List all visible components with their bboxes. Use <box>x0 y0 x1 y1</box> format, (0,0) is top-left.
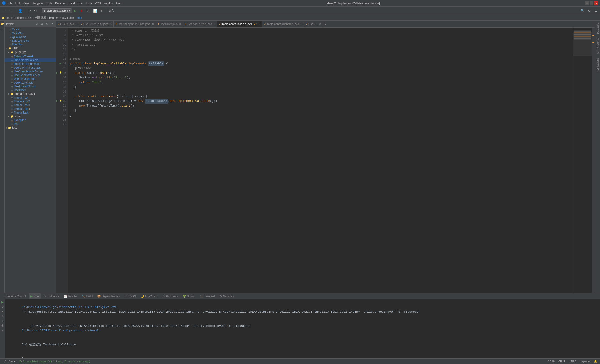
tab-implementsrunnable[interactable]: J ImplementsRunnable.java ✕ <box>262 21 304 28</box>
update-button[interactable]: ☁ <box>593 8 599 13</box>
menu-run[interactable]: Run <box>78 2 83 5</box>
tree-item-threadpool4[interactable]: ○ ThreadPool4 <box>5 107 56 111</box>
run-settings-button[interactable]: ⚙ <box>1 324 4 328</box>
tree-item-useanonymousclass[interactable]: ○ UseAnonymousClass <box>5 66 56 70</box>
menu-code[interactable]: Code <box>46 2 52 5</box>
line-ending[interactable]: CRLF <box>557 360 566 363</box>
tree-item-usefuturetask[interactable]: ○ UseFutureTask <box>5 81 56 85</box>
sidebar-notifications[interactable]: Notifications <box>596 57 600 73</box>
menu-tools[interactable]: Tools <box>85 2 92 5</box>
expand-icon[interactable]: ▼ <box>8 51 10 54</box>
expand-icon[interactable]: ▼ <box>6 47 8 50</box>
expand-all-button[interactable]: ⊞ <box>34 22 39 26</box>
menu-refactor[interactable]: Refactor <box>55 2 66 5</box>
menu-vcs[interactable]: VCS <box>95 2 101 5</box>
debug-button[interactable]: ⏸ <box>79 8 84 13</box>
tab-services[interactable]: ⚙ Services <box>218 293 236 299</box>
tree-item-juc[interactable]: ▼ 📁 JUC <box>5 46 56 50</box>
sidebar-q-promoter[interactable]: Q Promoter X <box>596 37 600 55</box>
menu-window[interactable]: Window <box>103 2 114 5</box>
breadcrumb-juc[interactable]: JUC <box>27 16 32 19</box>
tab-useanonymousclass[interactable]: J UseAnonymousClass.java ✕ <box>114 21 156 28</box>
tab-close-icon[interactable]: ✕ <box>110 23 112 25</box>
toolbar-project-button[interactable]: 👤 <box>17 8 23 13</box>
menu-edit[interactable]: Edit <box>15 2 20 5</box>
tab-usetimer[interactable]: J UseTimer.java ✕ <box>156 21 183 28</box>
close-button[interactable]: ✕ <box>594 1 598 5</box>
classpath-link[interactable]: D:\Project\IDEA\demo2\out\production\dem… <box>22 329 98 332</box>
tree-item-implementscallable[interactable]: ○ ImplementsCallable <box>5 58 56 62</box>
tab-close-icon[interactable]: ✕ <box>300 23 302 25</box>
menu-help[interactable]: Help <box>116 2 122 5</box>
tree-item-threadpool2[interactable]: ○ ThreadPool2 <box>5 100 56 103</box>
tab-todo[interactable]: ☰ TODO <box>122 293 138 299</box>
tree-item-chuangjianxiancheng[interactable]: ▼ 📁 创建线程 <box>5 50 56 55</box>
run-rerun-button[interactable]: ↺ <box>1 305 4 309</box>
tree-item-shellsort[interactable]: ○ ShellSort <box>5 43 56 46</box>
breadcrumb-current[interactable]: ImplementsCallable <box>49 16 74 19</box>
sidebar-database[interactable]: Database <box>596 22 600 35</box>
profile-button[interactable]: 📊 <box>92 8 98 13</box>
build-status[interactable]: Build completed successfully in 1 sec, 2… <box>19 360 91 363</box>
run-close-button[interactable]: ✕ <box>1 328 4 332</box>
tab-usefuturetask[interactable]: J UseFutureTask.java ✕ <box>79 21 114 28</box>
tree-item-usetimer[interactable]: ○ UseTimer <box>5 88 56 92</box>
tree-item-usecompletablefuture[interactable]: ○ UseCompletableFuture <box>5 70 56 73</box>
tree-item-usethreadgroup[interactable]: ○ UseThreadGroup <box>5 85 56 88</box>
tab-close-icon[interactable]: ✕ <box>259 23 260 25</box>
breadcrumb-demo[interactable]: demo <box>17 16 24 19</box>
tab-close-icon[interactable]: ✕ <box>214 23 216 25</box>
minimap-slider[interactable] <box>573 32 591 56</box>
tree-item-quick[interactable]: ○ Quick <box>5 28 56 31</box>
tree-item-exception[interactable]: ○ Exception <box>5 118 56 122</box>
structure-toggle[interactable]: ≡ <box>0 27 4 32</box>
notifications-icon[interactable]: 🔔 <box>593 360 598 363</box>
run-scroll-top-button[interactable]: ⇧ <box>1 314 4 318</box>
tab-extendsthread[interactable]: J ExtendsThread.java ✕ <box>183 21 217 28</box>
tree-item-useforkjoinpool[interactable]: ○ UseForkJoinPool <box>5 77 56 81</box>
run-stop-button[interactable]: ■ <box>1 310 4 313</box>
translate-button[interactable]: 文A <box>107 8 115 14</box>
tree-item-threadpool[interactable]: ○ ThreadPool <box>5 96 56 100</box>
project-close-button[interactable]: ✕ <box>50 22 55 26</box>
tab-group[interactable]: J Group.java ✕ <box>56 21 79 28</box>
encoding[interactable]: UTF-8 <box>568 360 577 363</box>
expand-icon[interactable]: ▼ <box>8 93 10 95</box>
tree-item-threadpool-folder[interactable]: ▼ 📁 ThreadPool.java <box>5 92 56 96</box>
tab-version-control[interactable]: ⎇ Version Control <box>1 293 28 299</box>
run-gutter-icon[interactable]: ▶ <box>59 62 62 65</box>
git-branch[interactable]: ⎇ ⎇ main <box>2 360 17 363</box>
tree-item-quicksort[interactable]: ○ QuickSort <box>5 31 56 35</box>
toolbar-back-button[interactable]: ← <box>1 8 7 13</box>
tab-implementscallable[interactable]: J ImplementsCallable.java ▲4 ✕ <box>217 21 262 28</box>
tab-dependencies[interactable]: 📦 Dependencies <box>95 293 122 299</box>
tree-item-test-string[interactable]: ○ test <box>5 122 56 126</box>
tab-endpoints[interactable]: ⬡ Endpoints <box>41 293 61 299</box>
tab-close-icon[interactable]: ✕ <box>75 23 77 25</box>
tree-item-test-folder[interactable]: ▶ 📁 test <box>5 126 56 129</box>
run-gutter-icon[interactable]: ▶ <box>56 100 58 103</box>
tree-item-threadtask[interactable]: ○ ThreadTask <box>5 111 56 115</box>
tab-close-icon[interactable]: ✕ <box>179 23 181 25</box>
tab-profiler[interactable]: 📈 Profiler <box>62 293 79 299</box>
run-play-button[interactable]: ▶ <box>1 300 4 304</box>
tree-item-selectionsort[interactable]: ○ SelectionSort <box>5 39 56 43</box>
tab-overflow-button[interactable]: ▾ <box>323 22 328 26</box>
tree-item-threadpool3[interactable]: ○ ThreadPool3 <box>5 103 56 107</box>
menu-file[interactable]: File <box>8 2 12 5</box>
run-console[interactable]: C:\Users\Lenovo\.jdks\corretto-17.0.4.1\… <box>5 299 600 358</box>
run-gutter-icon[interactable]: ▶ <box>56 72 58 75</box>
collapse-all-button[interactable]: ⊟ <box>40 22 44 26</box>
minimize-button[interactable]: ─ <box>585 1 589 5</box>
tab-close-icon[interactable]: ✕ <box>319 23 321 25</box>
expand-icon[interactable]: ▼ <box>8 115 10 118</box>
tab-spring[interactable]: 🌱 Spring <box>181 293 197 299</box>
settings-button[interactable]: ⚙ <box>587 8 592 13</box>
indent-setting[interactable]: 4 spaces <box>579 360 591 363</box>
toolbar-forward-button[interactable]: → <box>8 8 14 13</box>
tree-item-extendsthread[interactable]: ○ ExtendsThread <box>5 55 56 58</box>
tree-item-implementsrunnable[interactable]: ○ ImplementsRunnable <box>5 62 56 66</box>
toolbar-redo-button[interactable]: ↪ <box>33 8 38 13</box>
expand-icon[interactable]: ▶ <box>6 127 8 129</box>
toolbar-undo-button[interactable]: ↩ <box>27 8 32 13</box>
